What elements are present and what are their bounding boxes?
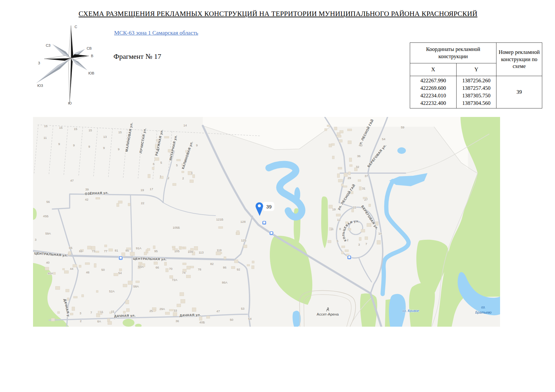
building xyxy=(337,135,341,137)
building xyxy=(180,292,184,296)
building xyxy=(87,246,91,249)
house-number: 5 xyxy=(337,239,338,243)
house-number: 121Б xyxy=(216,218,223,221)
bus-stop-icon xyxy=(269,231,273,235)
house-number: 22 xyxy=(353,205,356,209)
building xyxy=(350,165,352,167)
house-number: 119 xyxy=(217,248,221,252)
building xyxy=(342,246,345,248)
building xyxy=(348,172,351,175)
house-number: 95 xyxy=(154,249,158,253)
house-number: 15 xyxy=(111,310,114,313)
building xyxy=(67,298,69,301)
building xyxy=(336,214,340,216)
building xyxy=(177,159,181,161)
poi-label: Ассет-Арена xyxy=(317,312,339,316)
compass-rose-icon: С СВ В ЮВ Ю ЮЗ З СЗ xyxy=(36,23,108,108)
street-label: ЦЕНТРАЛЬНАЯ ул. xyxy=(133,257,167,261)
house-number: 40 xyxy=(359,143,363,147)
building xyxy=(85,263,90,265)
x-coordinate: 422267.990 xyxy=(411,77,455,85)
house-number: 40Б xyxy=(199,320,205,324)
house-number: 7 xyxy=(365,242,367,246)
building xyxy=(332,156,334,159)
house-number: 19 xyxy=(332,207,336,211)
building xyxy=(64,270,69,273)
house-number: 54 xyxy=(118,271,122,275)
house-number: 5 xyxy=(176,163,178,167)
house-number: 2 xyxy=(182,176,184,180)
number-header-cell: Номер рекламной конструкции по схеме xyxy=(496,43,542,76)
y-coordinate: 1387257.450 xyxy=(458,85,495,92)
building xyxy=(193,174,195,178)
building xyxy=(348,228,351,230)
house-number: 78 xyxy=(198,268,201,271)
building xyxy=(344,173,348,177)
building xyxy=(352,209,354,212)
building xyxy=(53,272,56,275)
compass-nw-label: СЗ xyxy=(46,43,51,47)
house-number: 25 xyxy=(149,309,153,313)
house-number: 3 xyxy=(358,243,360,246)
house-number: 9 xyxy=(88,145,90,148)
building xyxy=(329,144,332,147)
building xyxy=(216,252,220,255)
building xyxy=(359,187,361,190)
house-number: 29А xyxy=(160,307,165,311)
house-number: 3 xyxy=(79,311,81,315)
building xyxy=(70,313,73,315)
building xyxy=(169,309,174,311)
house-number: 82 xyxy=(210,262,214,266)
building xyxy=(243,245,247,248)
building xyxy=(144,252,147,255)
coords-header-cell: Координаты рекламной конструкции xyxy=(410,43,496,63)
building xyxy=(237,231,239,235)
msk-zone-link[interactable]: МСК-63 зона 1 Самарская область xyxy=(114,29,198,36)
house-number: 33 xyxy=(174,309,177,312)
building xyxy=(155,157,159,160)
bus-stop-icon xyxy=(262,221,266,225)
bus-stop-icon xyxy=(119,256,123,260)
building xyxy=(96,290,98,292)
house-number: 9 xyxy=(103,146,105,150)
house-number: 8А xyxy=(97,319,101,323)
house-number: 77 xyxy=(104,249,108,253)
compass-n-label: С xyxy=(75,25,77,29)
building xyxy=(348,141,352,144)
house-number: 86А xyxy=(222,281,228,284)
page-title: СХЕМА РАЗМЕЩЕНИЯ РЕКЛАМНЫХ КОНСТРУКЦИЙ Н… xyxy=(39,10,517,18)
building xyxy=(152,167,154,170)
house-number: 9 xyxy=(73,143,75,147)
building xyxy=(338,179,343,182)
house-number: 113 xyxy=(199,251,203,254)
building xyxy=(345,250,348,252)
house-number: 92 xyxy=(237,268,240,271)
house-number: 31 xyxy=(362,187,366,190)
coordinates-table: Координаты рекламной конструкции Номер р… xyxy=(410,42,542,108)
bus-stop-icon xyxy=(347,255,351,259)
house-number: 19 xyxy=(141,188,144,192)
house-number: 91А xyxy=(136,246,142,250)
building xyxy=(62,269,65,270)
house-number: 14 xyxy=(378,232,382,235)
poi-label: оз. Кривое xyxy=(402,309,419,313)
building xyxy=(187,266,190,269)
building xyxy=(173,183,176,186)
house-number: 105 xyxy=(174,249,180,253)
house-number: 5 xyxy=(160,161,162,164)
building xyxy=(136,281,140,283)
poi-label: оз. xyxy=(481,305,486,309)
house-number: 17 xyxy=(150,187,153,191)
building xyxy=(153,246,155,249)
building xyxy=(247,264,250,266)
y-coordinate: 1387305.750 xyxy=(458,92,495,100)
building xyxy=(190,266,194,268)
building xyxy=(194,246,198,250)
building xyxy=(349,158,352,162)
building xyxy=(177,304,181,307)
house-number: 73 xyxy=(92,249,95,253)
building xyxy=(119,269,122,271)
house-number: 11 xyxy=(43,136,47,139)
house-number: 2 xyxy=(167,176,169,180)
building xyxy=(334,127,337,130)
